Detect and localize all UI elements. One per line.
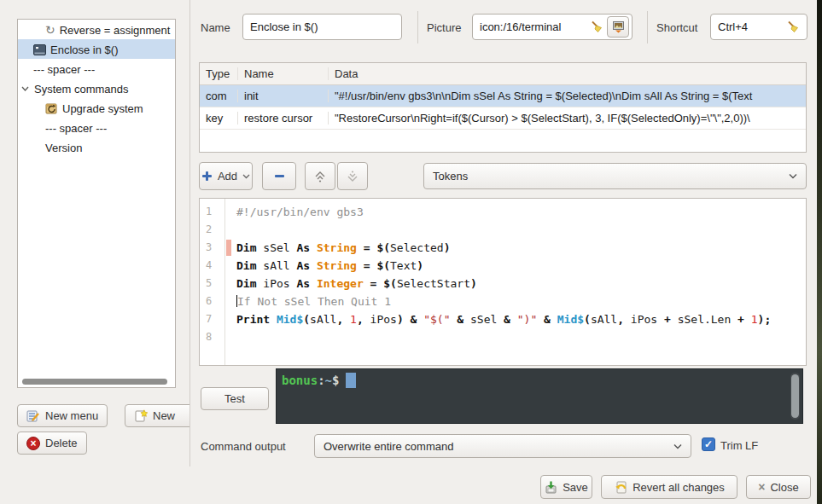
terminal-scrollbar-track[interactable]	[790, 373, 800, 420]
expander-icon[interactable]	[21, 86, 29, 91]
shortcut-input-value: Ctrl+4	[718, 20, 787, 33]
delete-label: Delete	[45, 437, 78, 449]
command-output-value: Overwrite entire command	[324, 440, 453, 453]
name-field-label: Name	[201, 21, 230, 34]
column-header-name[interactable]: Name	[238, 67, 329, 80]
tree-item-label: Reverse = assignment	[60, 24, 171, 37]
table-body: cominit"#!/usr/bin/env gbs3\n\nDim sSel …	[200, 85, 806, 130]
tree-horizontal-scrollbar[interactable]	[22, 379, 167, 385]
line-number: 5	[200, 275, 224, 293]
save-button[interactable]: Save	[540, 475, 592, 499]
tree-item-label: Version	[45, 142, 82, 154]
move-down-button[interactable]	[337, 162, 368, 190]
command-output-dropdown[interactable]: Overwrite entire command	[314, 434, 691, 458]
upgrade-icon	[45, 102, 58, 114]
terminal-prompt-user: bonus	[282, 374, 318, 387]
terminal-preview[interactable]: bonus:~$	[276, 368, 803, 424]
add-button[interactable]: Add	[199, 162, 253, 190]
code-line[interactable]: If Not sSel Then Quit 1	[225, 293, 806, 310]
save-label: Save	[563, 481, 588, 494]
add-label: Add	[218, 170, 237, 182]
picture-picker-button[interactable]	[607, 16, 629, 38]
tokens-dropdown[interactable]: Tokens	[423, 163, 807, 189]
tree-item-label: System commands	[34, 83, 129, 96]
chevron-down-icon	[242, 174, 250, 179]
code-line[interactable]: Dim iPos As Integer = $(SelectStart)	[225, 275, 806, 293]
tree-item-label: Enclose in $()	[50, 43, 118, 56]
column-header-type[interactable]: Type	[200, 67, 238, 80]
command-data-table[interactable]: Type Name Data cominit"#!/usr/bin/env gb…	[199, 62, 807, 153]
refresh-icon: ↻	[45, 24, 55, 36]
cell-name: restore cursor	[238, 112, 329, 125]
tree-item-label: Upgrade system	[62, 102, 143, 115]
line-number: 3	[200, 239, 224, 257]
code-line[interactable]: Print Mid$(sAll, 1, iPos) & "$(" & sSel …	[225, 310, 806, 328]
line-number: 7	[200, 310, 224, 328]
code-line[interactable]: Dim sAll As String = $(Text)	[225, 257, 806, 275]
picture-input[interactable]: icon:/16/terminal	[472, 14, 633, 40]
table-row[interactable]: keyrestore cursor"RestoreCursor\nRight=i…	[200, 107, 806, 130]
tree-item[interactable]: System commands	[18, 78, 175, 98]
line-number: 4	[200, 257, 224, 275]
new-menu-icon	[26, 409, 40, 423]
tree-item[interactable]: --- spacer ---	[18, 118, 175, 137]
new-menu-button[interactable]: New menu	[17, 404, 108, 427]
tree-item[interactable]: Version	[18, 137, 175, 157]
test-button[interactable]: Test	[201, 387, 269, 410]
clear-broom-icon[interactable]	[591, 20, 603, 33]
field-separator	[417, 11, 418, 43]
column-header-data[interactable]: Data	[329, 67, 806, 80]
code-editor[interactable]: 12345678 #!/usr/bin/env gbs3Dim sSel As …	[199, 198, 807, 366]
code-line[interactable]	[225, 328, 806, 346]
tree-item[interactable]: Upgrade system	[18, 98, 175, 118]
trim-lf-label: Trim LF	[720, 439, 758, 452]
move-up-button[interactable]	[305, 162, 335, 190]
line-number: 1	[200, 203, 224, 221]
field-separator-2	[647, 11, 648, 43]
picture-field-label: Picture	[427, 21, 461, 34]
revert-label: Revert all changes	[633, 481, 725, 494]
cell-type: key	[200, 112, 238, 125]
new-document-icon	[134, 409, 148, 423]
menu-tree[interactable]: ↻Reverse = assignmentEnclose in $()--- s…	[17, 19, 176, 388]
cell-data: "#!/usr/bin/env gbs3\n\nDim sSel As Stri…	[329, 90, 806, 102]
terminal-scrollbar-thumb[interactable]	[791, 374, 799, 418]
cell-data: "RestoreCursor\nRight=if($(Cursor) > $(S…	[329, 112, 806, 125]
code-line[interactable]	[225, 221, 806, 239]
test-label: Test	[224, 392, 245, 405]
terminal-prompt-symbol: $	[332, 374, 339, 387]
close-icon: ×	[758, 481, 765, 493]
line-number: 2	[200, 221, 224, 239]
new-command-button[interactable]: New	[125, 404, 189, 427]
shortcut-input[interactable]: Ctrl+4	[710, 14, 807, 40]
tree-item[interactable]: Enclose in $()	[18, 39, 175, 59]
trim-lf-checkbox[interactable]: ✓	[702, 437, 715, 451]
clear-broom-icon-2[interactable]	[787, 20, 800, 33]
revert-icon	[614, 481, 627, 494]
code-line[interactable]: #!/usr/bin/env gbs3	[225, 203, 806, 221]
code-line[interactable]: Dim sSel As String = $(Selected)	[225, 239, 806, 257]
plus-icon	[201, 171, 213, 182]
delete-button[interactable]: × Delete	[17, 432, 87, 455]
editor-code[interactable]: #!/usr/bin/env gbs3Dim sSel As String = …	[225, 199, 806, 365]
name-input[interactable]: Enclose in $()	[242, 14, 402, 40]
tree-item[interactable]: --- spacer ---	[18, 59, 175, 78]
close-label: Close	[770, 481, 798, 494]
table-row[interactable]: cominit"#!/usr/bin/env gbs3\n\nDim sSel …	[200, 85, 806, 107]
move-down-icon	[346, 170, 359, 183]
revert-all-changes-button[interactable]: Revert all changes	[601, 475, 737, 499]
new-menu-label: New menu	[45, 409, 98, 422]
save-icon	[545, 481, 557, 494]
terminal-icon	[33, 44, 46, 55]
tree-item[interactable]: ↻Reverse = assignment	[18, 20, 175, 39]
cell-type: com	[200, 90, 238, 102]
chevron-down-icon	[789, 173, 797, 179]
remove-button[interactable]	[262, 162, 296, 190]
line-number: 8	[200, 328, 224, 346]
modified-line-marker	[226, 240, 231, 256]
close-button[interactable]: × Close	[746, 475, 811, 499]
tokens-dropdown-value: Tokens	[433, 170, 468, 182]
table-header: Type Name Data	[200, 63, 806, 85]
tree-item-label: --- spacer ---	[45, 122, 107, 135]
terminal-cursor	[346, 373, 356, 388]
